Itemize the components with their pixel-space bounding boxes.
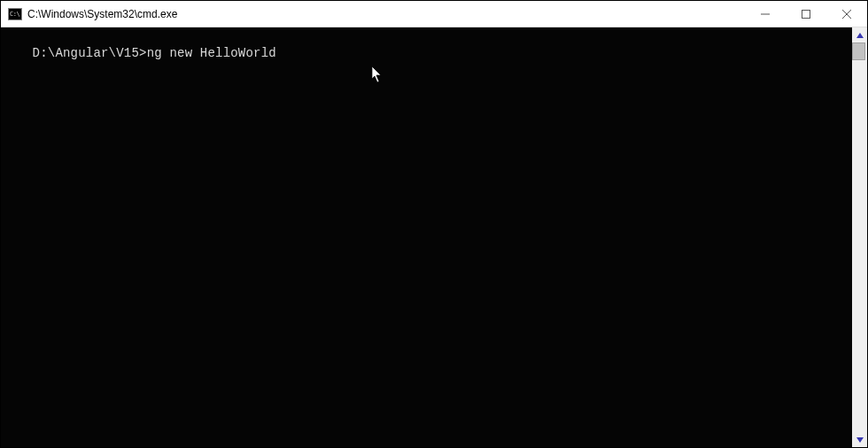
vertical-scrollbar[interactable] (852, 27, 867, 447)
command-text: ng new HelloWorld (147, 46, 276, 60)
scrollbar-track[interactable] (852, 42, 867, 432)
cmd-icon: C:\ (8, 8, 22, 20)
svg-rect-1 (802, 10, 810, 18)
minimize-button[interactable] (745, 1, 786, 27)
scroll-down-button[interactable] (852, 432, 867, 447)
mouse-cursor-icon (372, 66, 383, 83)
close-button[interactable] (826, 1, 867, 27)
maximize-button[interactable] (786, 1, 826, 27)
titlebar[interactable]: C:\ C:\Windows\System32\cmd.exe (1, 1, 867, 27)
scroll-up-button[interactable] (852, 27, 867, 42)
terminal[interactable]: D:\Angular\V15>ng new HelloWorld (1, 27, 852, 447)
scrollbar-thumb[interactable] (852, 42, 865, 60)
window-title: C:\Windows\System32\cmd.exe (27, 8, 745, 20)
window-controls (745, 1, 867, 27)
content-area: D:\Angular\V15>ng new HelloWorld (1, 27, 867, 447)
prompt-text: D:\Angular\V15> (33, 46, 147, 60)
